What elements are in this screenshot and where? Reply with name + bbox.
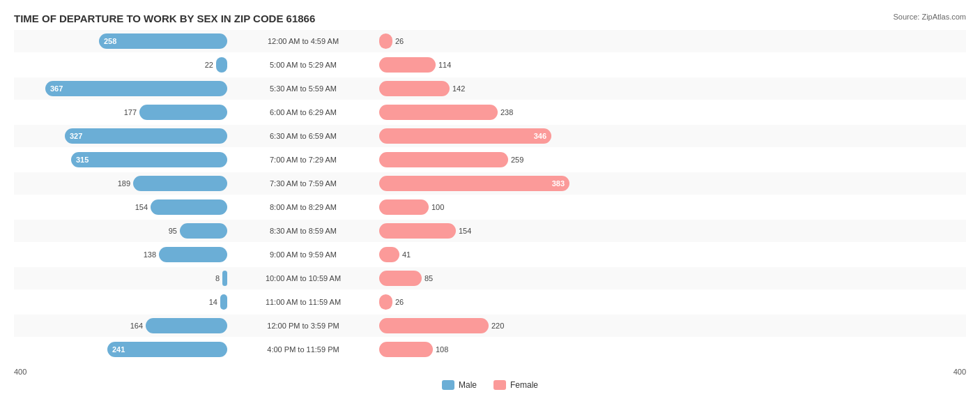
female-section: 114 <box>376 57 966 73</box>
male-section: 8 <box>14 271 230 286</box>
chart-container: TIME OF DEPARTURE TO WORK BY SEX IN ZIP … <box>0 0 980 415</box>
time-label: 12:00 AM to 4:59 AM <box>230 37 376 45</box>
table-row: 1897:30 AM to 7:59 AM383 <box>14 172 966 195</box>
male-bar <box>146 318 227 333</box>
male-value-inside: 241 <box>112 345 125 354</box>
female-value-label: 41 <box>402 250 411 259</box>
table-row: 25812:00 AM to 4:59 AM26 <box>14 30 966 52</box>
table-row: 3276:30 AM to 6:59 AM346 <box>14 125 966 147</box>
female-value-inside: 383 <box>552 179 565 188</box>
male-section: 177 <box>14 105 230 120</box>
time-label: 8:00 AM to 8:29 AM <box>230 203 376 211</box>
female-section: 41 <box>376 247 966 262</box>
female-bar <box>379 342 433 357</box>
chart-area: 25812:00 AM to 4:59 AM26225:00 AM to 5:2… <box>14 30 966 366</box>
female-bar <box>379 152 508 167</box>
time-label: 8:30 AM to 8:59 AM <box>230 227 376 235</box>
male-value-label: 22 <box>205 61 213 69</box>
male-section: 189 <box>14 176 230 191</box>
female-value-label: 26 <box>395 37 404 45</box>
male-value-inside: 327 <box>70 132 82 140</box>
table-row: 1548:00 AM to 8:29 AM100 <box>14 196 966 218</box>
male-value-label: 164 <box>130 322 143 330</box>
male-value-label: 138 <box>144 250 156 259</box>
female-value-label: 259 <box>511 156 523 164</box>
male-section: 164 <box>14 318 230 333</box>
table-row: 3157:00 AM to 7:29 AM259 <box>14 149 966 171</box>
female-value-label: 154 <box>459 227 471 235</box>
male-bar <box>222 271 227 286</box>
male-section: 241 <box>14 342 230 357</box>
time-label: 5:00 AM to 5:29 AM <box>230 61 376 69</box>
legend-female-box <box>493 380 506 390</box>
female-value-inside: 346 <box>534 132 546 140</box>
female-bar <box>379 247 399 262</box>
female-section: 26 <box>376 294 966 310</box>
female-bar: 383 <box>379 176 569 191</box>
male-value-label: 154 <box>135 203 148 211</box>
male-section: 95 <box>14 223 230 239</box>
female-value-label: 142 <box>452 84 465 93</box>
male-value-inside: 367 <box>50 84 63 93</box>
male-bar: 367 <box>45 81 227 96</box>
time-label: 7:00 AM to 7:29 AM <box>230 156 376 164</box>
time-label: 10:00 AM to 10:59 AM <box>230 274 376 282</box>
male-bar: 241 <box>107 342 227 357</box>
female-section: 346 <box>376 128 966 144</box>
female-value-label: 85 <box>424 274 433 282</box>
female-value-label: 220 <box>491 322 504 330</box>
legend-male-label: Male <box>459 380 477 390</box>
table-row: 225:00 AM to 5:29 AM114 <box>14 54 966 76</box>
female-bar <box>379 105 498 120</box>
female-section: 383 <box>376 176 966 191</box>
table-row: 2414:00 PM to 11:59 PM108 <box>14 338 966 361</box>
male-bar <box>180 223 227 239</box>
male-value-label: 177 <box>124 108 137 116</box>
female-value-label: 238 <box>500 108 513 116</box>
source-text: Source: ZipAtlas.com <box>893 13 966 21</box>
legend-female: Female <box>493 380 538 390</box>
male-value-inside: 315 <box>76 156 89 164</box>
male-section: 327 <box>14 128 230 144</box>
male-section: 22 <box>14 57 230 73</box>
male-section: 138 <box>14 247 230 262</box>
female-section: 154 <box>376 223 966 239</box>
female-bar <box>379 33 392 49</box>
male-bar <box>159 247 227 262</box>
legend-male: Male <box>442 380 477 390</box>
legend: Male Female <box>14 380 966 390</box>
male-section: 258 <box>14 33 230 49</box>
time-label: 12:00 PM to 3:59 PM <box>230 322 376 330</box>
female-section: 238 <box>376 105 966 120</box>
time-label: 9:00 AM to 9:59 AM <box>230 250 376 259</box>
male-bar: 327 <box>65 128 227 144</box>
male-bar <box>133 176 227 191</box>
bottom-labels: 400 400 <box>14 368 966 376</box>
female-bar <box>379 294 392 310</box>
female-section: 108 <box>376 342 966 357</box>
male-section: 315 <box>14 152 230 167</box>
female-section: 259 <box>376 152 966 167</box>
legend-male-box <box>442 380 454 390</box>
time-label: 6:00 AM to 6:29 AM <box>230 108 376 116</box>
female-section: 142 <box>376 81 966 96</box>
male-value-label: 189 <box>118 179 130 188</box>
time-label: 6:30 AM to 6:59 AM <box>230 132 376 140</box>
male-section: 14 <box>14 294 230 310</box>
female-bar <box>379 81 450 96</box>
female-bar <box>379 223 456 239</box>
time-label: 7:30 AM to 7:59 AM <box>230 179 376 188</box>
female-bar: 346 <box>379 128 551 144</box>
female-section: 26 <box>376 33 966 49</box>
male-value-label: 95 <box>169 227 177 235</box>
female-bar <box>379 271 422 286</box>
male-value-label: 8 <box>215 274 220 282</box>
female-bar <box>379 57 436 73</box>
female-section: 220 <box>376 318 966 333</box>
table-row: 1389:00 AM to 9:59 AM41 <box>14 243 966 266</box>
male-bar <box>220 294 227 310</box>
male-bar <box>151 199 227 215</box>
female-value-label: 26 <box>395 298 404 306</box>
female-value-label: 108 <box>436 345 448 354</box>
time-label: 11:00 AM to 11:59 AM <box>230 298 376 306</box>
